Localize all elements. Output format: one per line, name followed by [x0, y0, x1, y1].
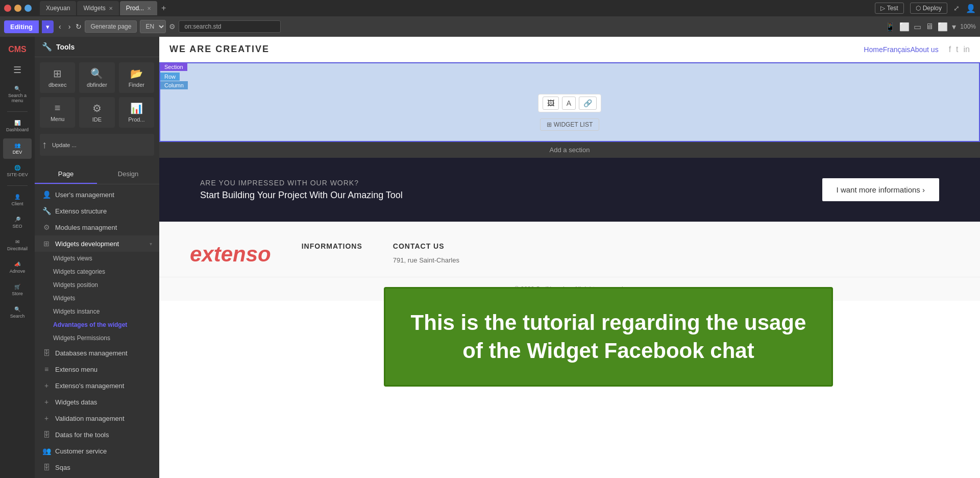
tab-xueyuan[interactable]: Xueyuan — [40, 1, 76, 15]
widgets-dev-icon: ⊞ — [42, 240, 51, 248]
cms-logo[interactable]: CMS — [3, 41, 32, 58]
editing-mode-button[interactable]: Editing — [4, 20, 39, 33]
tablet-portrait-button[interactable]: ⬜ — [899, 22, 910, 32]
column-label: Column — [160, 81, 188, 89]
social-linkedin[interactable]: in — [964, 45, 970, 54]
widget-list-btn[interactable]: ⊞ WIDGET LIST — [540, 118, 599, 131]
add-section-bar[interactable]: Add a section — [159, 142, 980, 158]
top-bar: Xueyuan Widgets ✕ Prod... ✕ + ▷ Test ⬡ D… — [0, 0, 980, 16]
topbar-right: ▷ Test ⬡ Deploy ⤢ 👤 — [875, 3, 976, 14]
tool-dbexec[interactable]: ⊞ dbexec — [40, 62, 75, 93]
sidebar-item-dashboard[interactable]: 📊 Dashboard — [3, 116, 32, 136]
refresh-button[interactable]: ↻ — [76, 22, 82, 31]
editing-mode-dropdown[interactable]: ▾ — [42, 20, 54, 33]
tab-widgets-close[interactable]: ✕ — [109, 6, 113, 11]
tool-prod[interactable]: 📊 Prod... — [119, 97, 154, 128]
submenu-widgets-permissions[interactable]: Widgets Permissions — [35, 331, 159, 345]
sqas-icon: 🗄 — [42, 463, 51, 471]
tool-ide[interactable]: ⚙ IDE — [79, 97, 114, 128]
nav-about[interactable]: About us — [910, 45, 938, 54]
menu-sqas[interactable]: 🗄 Sqas — [35, 459, 159, 475]
menu-databases-management[interactable]: 🗄 Databases management — [35, 345, 159, 361]
tab-page[interactable]: Page — [35, 165, 97, 184]
sidebar-item-search[interactable]: 🔍 Search — [3, 302, 32, 323]
submenu-widgets-views[interactable]: Widgets views — [35, 252, 159, 265]
sidebar-item-directmail[interactable]: ✉ DirectMail — [3, 235, 32, 255]
tab-design[interactable]: Design — [97, 165, 159, 184]
panel-title: Tools — [56, 43, 75, 51]
sidebar-toggle-button[interactable]: ☰ — [3, 60, 32, 80]
tool-update[interactable]: ↑ Update ... — [40, 134, 154, 156]
sidebar-item-dev[interactable]: 👥 DEV — [3, 138, 32, 159]
mobile-view-button[interactable]: 📱 — [885, 22, 895, 32]
zoom-level: 100% — [960, 23, 976, 30]
link-widget-btn[interactable]: 🔗 — [579, 97, 597, 110]
menu-widgets-development[interactable]: ⊞ Widgets development ▾ — [35, 235, 159, 252]
submenu-widgets[interactable]: Widgets — [35, 292, 159, 305]
new-tab-button[interactable]: + — [158, 4, 169, 13]
tab-xueyuan-label: Xueyuan — [46, 5, 70, 12]
menu-datas-for-tools[interactable]: 🗄 Datas for the tools — [35, 426, 159, 443]
window-expand-button[interactable]: ⤢ — [953, 4, 960, 12]
sidebar-item-client[interactable]: 👤 Client — [3, 190, 32, 210]
tools-section: ⊞ dbexec 🔍 dbfinder 📂 Finder ≡ Menu ⚙ — [35, 57, 159, 165]
window-dot-red[interactable] — [4, 5, 11, 12]
tool-finder[interactable]: 📂 Finder — [119, 62, 154, 93]
section-label: Section — [160, 63, 187, 71]
url-input[interactable] — [179, 20, 281, 33]
test-button[interactable]: ▷ Test — [875, 3, 904, 14]
sidebar-item-search-menu[interactable]: 🔍 Search a menu — [3, 82, 32, 107]
dropdown-icon[interactable]: ▾ — [952, 22, 956, 32]
text-widget-btn[interactable]: A — [562, 97, 576, 110]
menu-customer-service[interactable]: 👥 Customer service — [35, 443, 159, 459]
nav-home[interactable]: Home — [864, 45, 883, 54]
deploy-button[interactable]: ⬡ Deploy — [910, 3, 947, 14]
widget-toolbar: 🖼 A 🔗 — [538, 94, 601, 112]
nav-forward-button[interactable]: › — [66, 20, 73, 33]
sidebar-item-seo[interactable]: 🔎 SEO — [3, 212, 32, 233]
wide-desktop-button[interactable]: ⬜ — [938, 22, 948, 32]
submenu-advantages-widget[interactable]: Advantages of the widget — [35, 318, 159, 331]
site-dev-icon: 🌐 — [14, 165, 20, 171]
window-dot-orange[interactable] — [14, 5, 21, 12]
submenu-widgets-categories[interactable]: Widgets categories — [35, 265, 159, 278]
modules-icon: ⚙ — [42, 223, 51, 231]
tablet-landscape-button[interactable]: ▭ — [914, 22, 921, 32]
desktop-button[interactable]: 🖥 — [925, 22, 934, 31]
image-widget-btn[interactable]: 🖼 — [543, 97, 559, 110]
tab-widgets[interactable]: Widgets ✕ — [77, 1, 118, 15]
extenso-structure-icon: 🔧 — [42, 207, 51, 215]
window-dot-blue[interactable] — [24, 5, 32, 12]
cta-button[interactable]: I want more informations › — [822, 178, 939, 201]
menu-extensos-management[interactable]: + Extenso's management — [35, 377, 159, 394]
sidebar-item-store[interactable]: 🛒 Store — [3, 280, 32, 300]
widgets-datas-icon: + — [42, 398, 51, 406]
cta-left: ARE YOU IMPRESSED WITH OUR WORK? Start B… — [200, 179, 403, 201]
social-facebook[interactable]: f — [949, 45, 951, 54]
user-management-icon: 👤 — [42, 190, 51, 199]
tab-prod[interactable]: Prod... ✕ — [120, 1, 157, 15]
nav-francais[interactable]: Français — [883, 45, 911, 54]
user-icon[interactable]: 👤 — [966, 4, 976, 13]
tool-menu[interactable]: ≡ Menu — [40, 97, 75, 128]
sidebar-item-site-dev[interactable]: 🌐 SITE-DEV — [3, 161, 32, 181]
submenu-widgets-instance[interactable]: Widgets instance — [35, 305, 159, 318]
menu-modules-management[interactable]: ⚙ Modules managment — [35, 219, 159, 235]
menu-validation-management[interactable]: + Validation management — [35, 410, 159, 426]
nav-back-button[interactable]: ‹ — [57, 20, 63, 33]
footer-contact-title: CONTACT US — [393, 242, 459, 250]
menu-widgets-datas[interactable]: + Widgets datas — [35, 394, 159, 410]
settings-icon[interactable]: ⚙ — [169, 22, 176, 31]
selected-section: Section Row Column 🖼 A 🔗 ⊞ WIDGET LIST — [159, 62, 980, 142]
language-select[interactable]: EN FR — [140, 20, 166, 33]
menu-users-management[interactable]: 👤 User's management — [35, 186, 159, 203]
tool-dbfinder[interactable]: 🔍 dbfinder — [79, 62, 114, 93]
menu-extenso-structure[interactable]: 🔧 Extenso structure — [35, 203, 159, 219]
submenu-widgets-position[interactable]: Widgets position — [35, 278, 159, 292]
sidebar-item-adnove[interactable]: 📣 Adnove — [3, 257, 32, 278]
footer-informations-title: INFORMATIONS — [302, 242, 362, 250]
menu-extenso-menu[interactable]: ≡ Extenso menu — [35, 361, 159, 377]
generate-page-button[interactable]: Generate page — [85, 20, 137, 33]
social-twitter[interactable]: t — [956, 45, 958, 54]
tab-prod-close[interactable]: ✕ — [147, 6, 151, 11]
